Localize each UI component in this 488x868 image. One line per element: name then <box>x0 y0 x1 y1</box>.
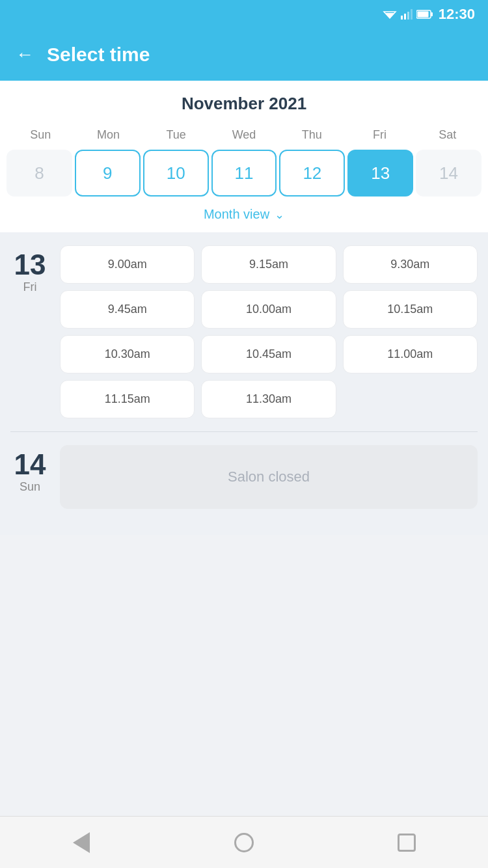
app-header: ← Select time <box>0 29 488 81</box>
day-header-thu: Thu <box>278 124 346 146</box>
day-header-wed: Wed <box>210 124 278 146</box>
day-header-sat: Sat <box>414 124 481 146</box>
salon-closed-panel: Salon closed <box>60 445 478 509</box>
time-slot-1000[interactable]: 10.00am <box>201 290 336 329</box>
svg-marker-0 <box>385 13 394 18</box>
day-label-13: 13 Fri <box>10 245 49 418</box>
svg-rect-3 <box>404 14 406 20</box>
slots-section: 13 Fri 9.00am 9.15am 9.30am 9.45am 10.00… <box>0 232 488 535</box>
day-cell-11[interactable]: 11 <box>211 150 277 197</box>
day-name-14: Sun <box>20 480 40 494</box>
day-label-14: 14 Sun <box>10 445 49 509</box>
svg-rect-8 <box>417 12 428 18</box>
day-number-14: 14 <box>14 450 46 479</box>
signal-icon <box>401 9 413 20</box>
time-slot-945[interactable]: 9.45am <box>60 290 195 329</box>
svg-rect-2 <box>401 16 403 20</box>
nav-recent-button[interactable] <box>387 823 426 862</box>
day-header-mon: Mon <box>74 124 142 146</box>
day-header-tue: Tue <box>142 124 210 146</box>
day-cell-14[interactable]: 14 <box>416 150 481 197</box>
section-divider <box>10 431 478 432</box>
day-cell-13[interactable]: 13 <box>347 150 413 197</box>
nav-home-button[interactable] <box>224 823 264 862</box>
day-block-13: 13 Fri 9.00am 9.15am 9.30am 9.45am 10.00… <box>10 245 478 418</box>
status-time: 12:30 <box>439 6 475 23</box>
day-headers: Sun Mon Tue Wed Thu Fri Sat <box>0 124 488 146</box>
home-nav-icon <box>234 833 254 852</box>
time-slot-900[interactable]: 9.00am <box>60 245 195 284</box>
day-cell-10[interactable]: 10 <box>143 150 209 197</box>
battery-icon <box>416 10 433 19</box>
calendar-days: 8 9 10 11 12 13 14 <box>0 146 488 200</box>
time-slot-1115[interactable]: 11.15am <box>60 380 195 418</box>
time-slot-1100[interactable]: 11.00am <box>343 335 478 373</box>
wifi-icon <box>383 9 397 20</box>
day-number-13: 13 <box>14 251 46 279</box>
svg-rect-4 <box>407 12 409 20</box>
status-bar: 12:30 <box>0 0 488 29</box>
day-header-sun: Sun <box>7 124 74 146</box>
recent-nav-icon <box>398 834 416 852</box>
day-cell-12[interactable]: 12 <box>279 150 345 197</box>
time-slot-1015[interactable]: 10.15am <box>343 290 478 329</box>
month-view-label: Month view <box>204 207 269 222</box>
salon-closed-label: Salon closed <box>228 468 310 485</box>
calendar-section: November 2021 Sun Mon Tue Wed Thu Fri Sa… <box>0 81 488 232</box>
day-name-13: Fri <box>23 280 37 294</box>
time-slot-915[interactable]: 9.15am <box>201 245 336 284</box>
time-slot-1130[interactable]: 11.30am <box>201 380 336 418</box>
day-cell-8[interactable]: 8 <box>7 150 72 197</box>
status-icons <box>383 9 433 20</box>
bottom-navigation <box>0 816 488 868</box>
time-slot-930[interactable]: 9.30am <box>343 245 478 284</box>
time-grid-13: 9.00am 9.15am 9.30am 9.45am 10.00am 10.1… <box>60 245 478 418</box>
svg-rect-5 <box>411 9 413 20</box>
back-nav-icon <box>73 832 90 853</box>
time-slot-1045[interactable]: 10.45am <box>201 335 336 373</box>
chevron-down-icon: ⌄ <box>275 208 284 222</box>
month-year-label: November 2021 <box>0 94 488 114</box>
day-block-14: 14 Sun Salon closed <box>10 445 478 509</box>
page-title: Select time <box>47 44 150 66</box>
day-cell-9[interactable]: 9 <box>75 150 141 197</box>
nav-back-button[interactable] <box>62 823 101 862</box>
day-header-fri: Fri <box>346 124 413 146</box>
time-slot-1030[interactable]: 10.30am <box>60 335 195 373</box>
month-view-toggle[interactable]: Month view ⌄ <box>0 200 488 232</box>
svg-rect-7 <box>431 12 433 16</box>
back-button[interactable]: ← <box>16 44 34 65</box>
